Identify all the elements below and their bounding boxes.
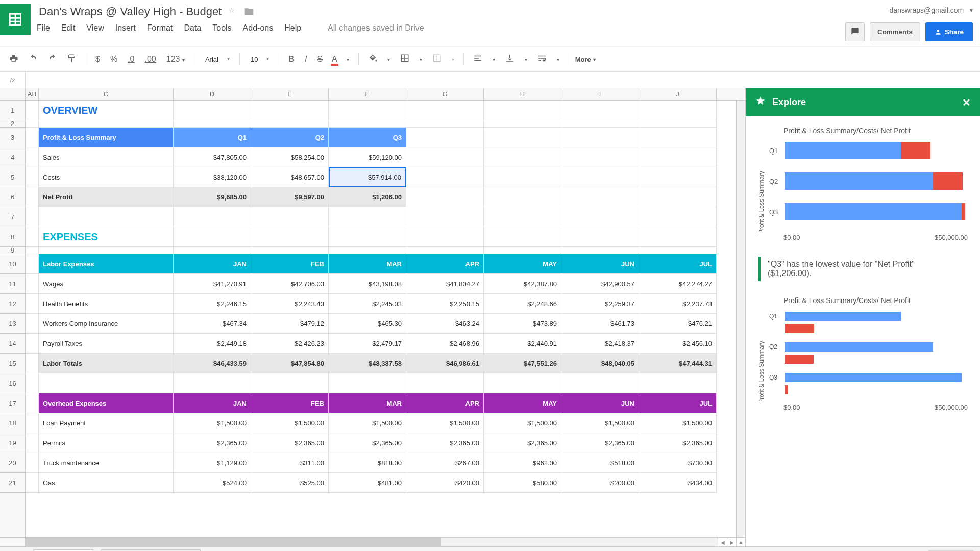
cell[interactable]: Overhead Expenses xyxy=(39,393,174,413)
cell[interactable]: $2,250.15 xyxy=(406,294,484,314)
sheets-logo[interactable] xyxy=(0,4,31,35)
row-header-1[interactable]: 1 xyxy=(0,101,25,120)
cell[interactable] xyxy=(26,120,39,128)
cell[interactable] xyxy=(639,187,717,207)
cell[interactable]: $47,854.80 xyxy=(251,354,329,373)
cell[interactable]: Net Profit xyxy=(39,187,174,207)
cell[interactable] xyxy=(639,373,717,393)
cell[interactable]: FEB xyxy=(251,254,329,274)
print-icon[interactable] xyxy=(6,52,21,67)
cell[interactable] xyxy=(484,101,561,120)
cell[interactable] xyxy=(639,167,717,187)
cell[interactable]: $2,449.18 xyxy=(174,334,251,354)
merge-chevron-icon[interactable]: ▾ xyxy=(449,55,457,64)
cell[interactable]: $2,456.10 xyxy=(639,334,717,354)
valign-chevron-icon[interactable]: ▾ xyxy=(522,55,530,64)
cell[interactable]: MAR xyxy=(329,254,406,274)
halign-chevron-icon[interactable]: ▾ xyxy=(489,55,498,64)
row-header-15[interactable]: 15 xyxy=(0,354,25,373)
cell[interactable] xyxy=(26,147,39,167)
col-header-h[interactable]: H xyxy=(484,88,561,100)
cell[interactable] xyxy=(26,101,39,120)
cell[interactable] xyxy=(329,373,406,393)
cell[interactable] xyxy=(639,120,717,128)
vertical-scrollbar[interactable] xyxy=(736,101,745,537)
redo-icon[interactable] xyxy=(45,52,60,67)
cell[interactable] xyxy=(174,207,251,227)
cell[interactable] xyxy=(251,120,329,128)
account-chevron-icon[interactable]: ▼ xyxy=(969,8,974,13)
cell[interactable]: Q3 xyxy=(329,128,406,147)
cell[interactable]: $2,246.15 xyxy=(174,294,251,314)
fill-color-chevron-icon[interactable]: ▾ xyxy=(384,55,393,64)
row-header-16[interactable]: 16 xyxy=(0,373,25,393)
cell[interactable] xyxy=(39,207,174,227)
cell[interactable] xyxy=(561,247,639,254)
row-header-19[interactable]: 19 xyxy=(0,433,25,453)
cell[interactable] xyxy=(406,147,484,167)
strikethrough-icon[interactable]: S xyxy=(314,53,326,66)
cell[interactable]: $2,365.00 xyxy=(329,433,406,453)
row-header-9[interactable]: 9 xyxy=(0,247,25,254)
cell[interactable]: $461.73 xyxy=(561,314,639,334)
cell[interactable] xyxy=(26,187,39,207)
cell[interactable] xyxy=(406,373,484,393)
cell[interactable]: $2,365.00 xyxy=(406,433,484,453)
cell[interactable]: Permits xyxy=(39,433,174,453)
valign-icon[interactable] xyxy=(502,52,518,67)
cell[interactable] xyxy=(329,101,406,120)
cell[interactable] xyxy=(329,227,406,247)
cell[interactable] xyxy=(484,147,561,167)
cell[interactable] xyxy=(484,120,561,128)
chat-button[interactable] xyxy=(845,22,865,41)
cell[interactable] xyxy=(26,167,39,187)
menu-help[interactable]: Help xyxy=(284,23,301,33)
cell[interactable]: $43,198.08 xyxy=(329,274,406,294)
cell[interactable]: $818.00 xyxy=(329,453,406,473)
cell[interactable] xyxy=(484,227,561,247)
cell[interactable]: $46,986.61 xyxy=(406,354,484,373)
cell[interactable]: $962.00 xyxy=(484,453,561,473)
cell[interactable] xyxy=(329,247,406,254)
cell[interactable]: MAY xyxy=(484,254,561,274)
cell[interactable] xyxy=(406,101,484,120)
menu-addons[interactable]: Add-ons xyxy=(243,23,274,33)
cell[interactable]: $463.24 xyxy=(406,314,484,334)
document-title[interactable]: Dan's Wraps @ Valley High - Budget xyxy=(37,4,224,19)
cell[interactable]: $1,500.00 xyxy=(251,413,329,433)
cell[interactable]: $48,387.58 xyxy=(329,354,406,373)
cell[interactable] xyxy=(251,247,329,254)
cell[interactable] xyxy=(406,247,484,254)
cell[interactable]: $2,468.96 xyxy=(406,334,484,354)
cell[interactable] xyxy=(561,120,639,128)
cell[interactable]: Sales xyxy=(39,147,174,167)
cell[interactable] xyxy=(251,227,329,247)
wrap-icon[interactable] xyxy=(534,52,550,67)
cell[interactable]: JAN xyxy=(174,393,251,413)
cell[interactable]: EXPENSES xyxy=(39,227,174,247)
cell[interactable]: $9,597.00 xyxy=(251,187,329,207)
row-header-17[interactable]: 17 xyxy=(0,393,25,413)
row-header-2[interactable]: 2 xyxy=(0,120,25,128)
cell[interactable]: $1,500.00 xyxy=(639,413,717,433)
cell[interactable]: $473.89 xyxy=(484,314,561,334)
cell[interactable]: APR xyxy=(406,254,484,274)
cell[interactable]: Labor Expenses xyxy=(39,254,174,274)
cell[interactable]: Loan Payment xyxy=(39,413,174,433)
number-format[interactable]: 123 ▾ xyxy=(163,53,188,66)
cell[interactable] xyxy=(484,187,561,207)
cell[interactable] xyxy=(174,373,251,393)
row-header-6[interactable]: 6 xyxy=(0,187,25,207)
cell[interactable] xyxy=(329,120,406,128)
cell[interactable] xyxy=(251,373,329,393)
col-header-ab[interactable]: AB xyxy=(26,88,39,100)
cell[interactable]: $2,245.03 xyxy=(329,294,406,314)
cell[interactable]: MAY xyxy=(484,393,561,413)
cell[interactable] xyxy=(484,247,561,254)
row-header-11[interactable]: 11 xyxy=(0,274,25,294)
cell[interactable]: $2,426.23 xyxy=(251,334,329,354)
col-header-e[interactable]: E xyxy=(251,88,329,100)
col-header-f[interactable]: F xyxy=(329,88,406,100)
cell[interactable] xyxy=(561,147,639,167)
scroll-right-icon[interactable]: ▶ xyxy=(727,538,736,546)
